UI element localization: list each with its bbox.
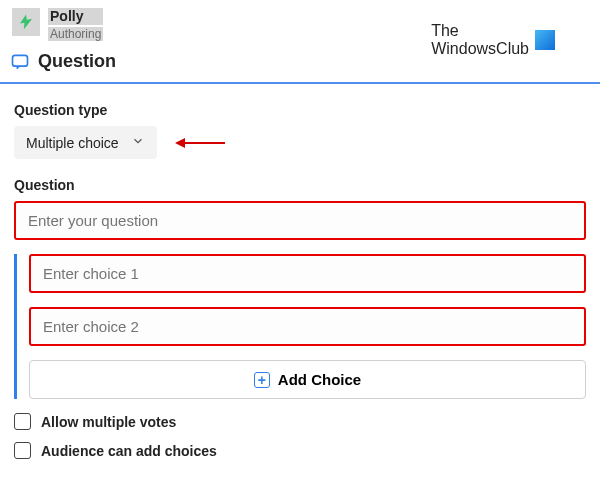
chevron-down-icon bbox=[131, 134, 145, 151]
add-choice-label: Add Choice bbox=[278, 371, 361, 388]
app-name: Polly bbox=[48, 8, 103, 25]
audience-add-choices-option[interactable]: Audience can add choices bbox=[14, 442, 586, 459]
allow-multiple-votes-option[interactable]: Allow multiple votes bbox=[14, 413, 586, 430]
title-divider bbox=[0, 82, 600, 84]
svg-rect-0 bbox=[13, 55, 28, 66]
checkbox-icon bbox=[14, 442, 31, 459]
page-title: Question bbox=[38, 51, 116, 72]
watermark-logo-icon bbox=[535, 30, 555, 50]
question-icon bbox=[10, 52, 30, 72]
annotation-arrow-icon bbox=[175, 136, 225, 150]
add-choice-button[interactable]: + Add Choice bbox=[29, 360, 586, 399]
polly-icon bbox=[17, 13, 35, 31]
watermark-text: The WindowsClub bbox=[431, 22, 529, 57]
question-type-select[interactable]: Multiple choice bbox=[14, 126, 157, 159]
app-meta: Polly Authoring bbox=[48, 8, 103, 41]
svg-marker-2 bbox=[175, 138, 185, 148]
choice-input-2[interactable] bbox=[29, 307, 586, 346]
question-type-label: Question type bbox=[14, 102, 586, 118]
question-input[interactable] bbox=[14, 201, 586, 240]
app-subtitle: Authoring bbox=[48, 27, 103, 41]
audience-add-choices-label: Audience can add choices bbox=[41, 443, 217, 459]
watermark: The WindowsClub bbox=[431, 22, 555, 57]
allow-multiple-votes-label: Allow multiple votes bbox=[41, 414, 176, 430]
app-icon bbox=[12, 8, 40, 36]
choice-input-1[interactable] bbox=[29, 254, 586, 293]
plus-icon: + bbox=[254, 372, 270, 388]
choices-list: + Add Choice bbox=[14, 254, 586, 399]
question-label: Question bbox=[14, 177, 586, 193]
question-type-value: Multiple choice bbox=[26, 135, 119, 151]
checkbox-icon bbox=[14, 413, 31, 430]
form-body: Question type Multiple choice Question +… bbox=[10, 102, 590, 459]
